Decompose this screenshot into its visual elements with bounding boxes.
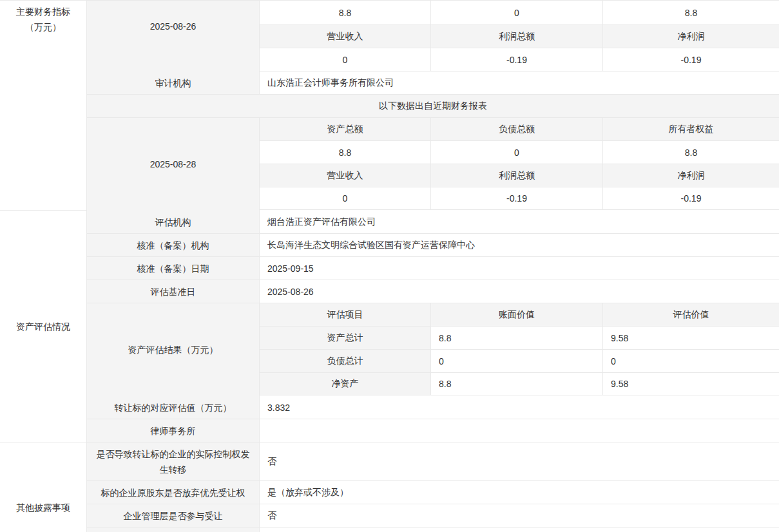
table-row: 企业管理层是否参与受让 否 [87,504,779,527]
report-date-2: 2025-08-28 [87,118,260,211]
assessed-value-cell: 9.58 [603,373,779,395]
metric-value-cell: -0.19 [603,48,779,71]
metric-value-cell: 0 [260,187,431,209]
section-label-financial: 主要财务指标 （万元） [0,1,87,211]
field-value: 山东浩正会计师事务所有限公司 [260,71,779,94]
field-value: 2025-09-15 [260,257,779,280]
table-row: 资产总额 负债总额 所有者权益 [260,118,779,141]
metric-value-cell: -0.19 [603,187,779,209]
field-value: 是（放弃或不涉及） [260,481,779,504]
field-value: 烟台浩正资产评估有限公司 [260,211,779,233]
field-value: 否 [260,504,779,527]
table-row: 营业收入 利润总额 净利润 [260,25,779,48]
table-row: 评估机构 烟台浩正资产评估有限公司 [87,211,779,234]
field-label: 审计机构 [87,71,260,94]
field-label: 核准（备案）机构 [87,234,260,256]
eval-item-cell: 净资产 [260,373,431,395]
table-row: 资产总计 8.8 9.58 [260,327,779,350]
metric-value-cell: -0.19 [431,187,603,209]
metric-header-cell: 净利润 [603,25,779,48]
table-row: 标的企业原股东是否放弃优先受让权 是（放弃或不涉及） [87,481,779,504]
metric-header-cell: 营业收入 [260,25,431,48]
assessed-value-cell: 0 [603,350,779,372]
table-row: 是否导致转让标的企业的实际控制权发生转移 否 [87,442,779,481]
metric-header-cell: 负债总额 [431,118,603,140]
metric-value-cell: 0 [431,141,603,164]
eval-item-cell: 资产总计 [260,327,431,349]
evaluation-content: 评估机构 烟台浩正资产评估有限公司 核准（备案）机构 长岛海洋生态文明综合试验区… [87,211,779,442]
period2-block: 2025-08-28 资产总额 负债总额 所有者权益 8.8 0 8.8 营业收… [87,118,779,211]
table-row: 核准（备案）日期 2025-09-15 [87,257,779,280]
table-row: 评估基准日 2025-08-26 [87,280,779,303]
table-row: 营业收入 利润总额 净利润 [260,164,779,187]
metric-value-cell: 8.8 [260,1,431,24]
metric-header-cell: 营业收入 [260,164,431,187]
table-row: 净资产 8.8 9.58 [260,373,779,395]
field-value: 长岛海洋生态文明综合试验区国有资产运营保障中心 [260,234,779,256]
metric-value-cell: 8.8 [260,141,431,164]
field-value: 2025-08-26 [260,280,779,303]
metric-value-cell: 8.8 [603,141,779,164]
field-value [260,527,779,532]
financial-content: 2025-08-26 8.8 0 8.8 营业收入 利润总额 净利润 0 -0. [87,1,779,211]
table-row: 审计机构 山东浩正会计师事务所有限公司 [87,71,779,95]
metric-value-cell: 0 [431,1,603,24]
field-label: 转让标的对应评估值（万元） [87,396,260,419]
disclosure-table: 主要财务指标 （万元） 2025-08-26 8.8 0 8.8 营业收入 利润… [0,0,779,532]
field-value: 3.832 [260,396,779,419]
field-value [260,419,779,442]
section-other-disclosure: 其他披露事项 是否导致转让标的企业的实际控制权发生转移 否 标的企业原股东是否放… [0,442,779,532]
field-label: 资产评估结果（万元） [87,303,260,396]
section-asset-evaluation: 资产评估情况 评估机构 烟台浩正资产评估有限公司 核准（备案）机构 长岛海洋生态… [0,211,779,442]
section-label-other: 其他披露事项 [0,442,87,532]
table-row: 8.8 0 8.8 [260,1,779,25]
eval-header-cell: 账面价值 [431,303,603,326]
table-row: 律师事务所 [87,419,779,442]
period1-block: 2025-08-26 8.8 0 8.8 营业收入 利润总额 净利润 0 -0. [87,1,779,71]
evaluation-result-block: 资产评估结果（万元） 评估项目 账面价值 评估价值 资产总计 8.8 9.58 … [87,303,779,396]
field-label: 评估机构 [87,211,260,233]
section-label: 资产评估情况 [16,319,70,334]
table-row: 评估项目 账面价值 评估价值 [260,303,779,327]
eval-header-cell: 评估价值 [603,303,779,326]
metric-header-cell: 利润总额 [431,25,603,48]
metric-value-cell: -0.19 [431,48,603,71]
field-label: 企业管理层是否参与受让 [87,504,260,527]
table-row [87,527,779,532]
metric-value-cell: 0 [260,48,431,71]
table-row: 负债总计 0 0 [260,350,779,373]
metric-header-cell: 净利润 [603,164,779,187]
section-label: 其他披露事项 [16,500,70,515]
table-row: 0 -0.19 -0.19 [260,48,779,71]
section-label-evaluation: 资产评估情况 [0,211,87,442]
metric-header-cell: 资产总额 [260,118,431,140]
book-value-cell: 8.8 [431,327,603,349]
metric-header-cell: 所有者权益 [603,118,779,140]
section-label-line2: （万元） [25,19,61,35]
book-value-cell: 0 [431,350,603,372]
field-label: 标的企业原股东是否放弃优先受让权 [87,481,260,504]
field-label [87,527,260,532]
table-row: 8.8 0 8.8 [260,141,779,164]
field-label: 评估基准日 [87,280,260,303]
field-label: 核准（备案）日期 [87,257,260,280]
table-row: 核准（备案）机构 长岛海洋生态文明综合试验区国有资产运营保障中心 [87,234,779,257]
section-label-line1: 主要财务指标 [16,4,70,19]
field-label: 是否导致转让标的企业的实际控制权发生转移 [87,442,260,480]
metric-header-cell: 利润总额 [431,164,603,187]
book-value-cell: 8.8 [431,373,603,395]
other-content: 是否导致转让标的企业的实际控制权发生转移 否 标的企业原股东是否放弃优先受让权 … [87,442,779,532]
table-row: 0 -0.19 -0.19 [260,187,779,210]
section-main-financial-indicators: 主要财务指标 （万元） 2025-08-26 8.8 0 8.8 营业收入 利润… [0,1,779,211]
eval-item-cell: 负债总计 [260,350,431,372]
assessed-value-cell: 9.58 [603,327,779,349]
table-row: 转让标的对应评估值（万元） 3.832 [87,396,779,419]
metric-value-cell: 8.8 [603,1,779,24]
eval-header-cell: 评估项目 [260,303,431,326]
data-source-note: 以下数据出自近期财务报表 [87,95,779,118]
report-date-1: 2025-08-26 [87,1,260,71]
field-label: 律师事务所 [87,419,260,442]
field-value: 否 [260,442,779,480]
